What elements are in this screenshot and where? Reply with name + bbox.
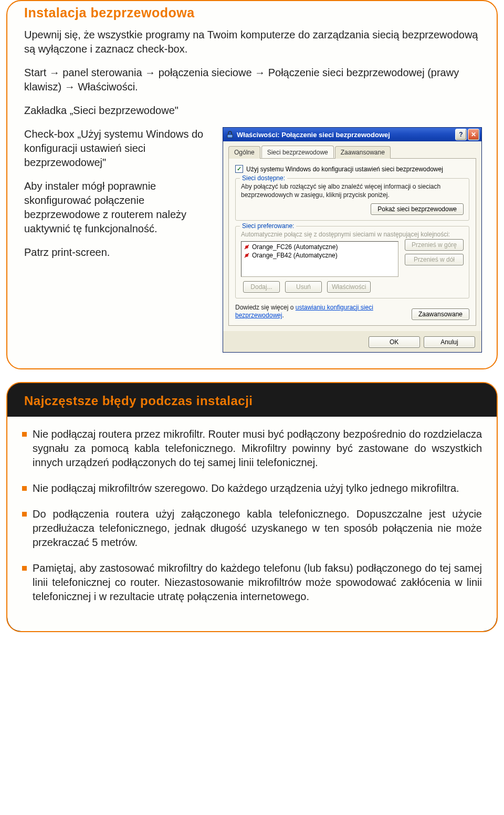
dialog-footer: OK Anuluj (223, 331, 481, 352)
screenshot-column: Właściwości: Połączenie sieci bezprzewod… (223, 127, 482, 353)
list-item[interactable]: Orange_FC26 (Automatyczne) (243, 243, 397, 251)
close-button[interactable]: ✕ (468, 129, 479, 140)
section-title: Instalacja bezprzewodowa (24, 1, 480, 28)
paragraph: Upewnij się, że wszystkie programy na Tw… (24, 28, 480, 56)
preferred-networks-list[interactable]: Orange_FC26 (Automatyczne) Orange_FB42 (… (241, 241, 398, 277)
svg-rect-0 (227, 135, 233, 138)
learn-more-text: Dowiedz się więcej o ustawianiu konfigur… (235, 304, 405, 320)
dialog-titlebar[interactable]: Właściwości: Połączenie sieci bezprzewod… (223, 128, 481, 141)
text: Check-box (24, 128, 77, 140)
bullet-item: Pamiętaj, aby zastosować mikrofiltry do … (22, 561, 482, 604)
network-icon (244, 252, 250, 259)
section-common-errors: Najczęstsze błędy podczas instalacji Nie… (6, 382, 498, 632)
group-text: Automatycznie połącz się z dostępnymi si… (241, 231, 464, 239)
section-title: Najczęstsze błędy podczas instalacji (7, 383, 497, 417)
move-up-button[interactable]: Przenieś w górę (405, 239, 464, 251)
show-networks-button[interactable]: Pokaż sieci bezprzewodowe (371, 203, 464, 215)
bullet-item: Do podłączenia routera użyj załączonego … (22, 507, 482, 550)
tab-panel: ✓ Użyj systemu Windows do konfiguracji u… (228, 159, 476, 326)
checkbox-label: Użyj systemu Windows do konfiguracji ust… (246, 166, 443, 173)
group-legend: Sieci preferowane: (240, 222, 296, 230)
available-networks-group: Sieci dostępne: Aby połączyć lub rozłącz… (235, 178, 469, 221)
group-legend: Sieci dostępne: (240, 174, 287, 182)
bullet-item: Nie podłączaj routera przez mikrofiltr. … (22, 427, 482, 470)
properties-button[interactable]: Właściwości (327, 281, 371, 293)
preferred-networks-group: Sieci preferowane: Automatycznie połącz … (235, 226, 469, 298)
ok-button[interactable]: OK (369, 336, 420, 348)
properties-dialog: Właściwości: Połączenie sieci bezprzewod… (223, 127, 482, 353)
bullet-item: Nie podłączaj mikrofiltrów szeregowo. Do… (22, 481, 482, 496)
section-wireless-install: Instalacja bezprzewodowa Upewnij się, że… (6, 0, 498, 369)
add-button[interactable]: Dodaj... (243, 281, 280, 293)
use-windows-checkbox[interactable]: ✓ (235, 165, 243, 173)
advanced-button[interactable]: Zaawansowane (412, 308, 469, 320)
list-item[interactable]: Orange_FB42 (Automatyczne) (243, 251, 397, 260)
cancel-button[interactable]: Anuluj (424, 336, 475, 348)
left-column: Check-box „Użyj systemu Windows do konfi… (24, 127, 213, 353)
tab-general[interactable]: Ogólne (228, 146, 260, 159)
tab-wireless[interactable]: Sieci bezprzewodowe (261, 146, 334, 158)
move-down-button[interactable]: Przenieś w dół (405, 254, 464, 265)
window-icon (226, 131, 234, 138)
network-icon (244, 244, 250, 250)
paragraph: Zakładka „Sieci bezprzewodowe" (24, 104, 480, 118)
text: Aby instaler mógł poprawnie skonfigurowa… (24, 179, 213, 236)
help-button[interactable]: ? (455, 129, 467, 140)
text: Patrz print-screen. (24, 245, 213, 260)
error-bullet-list: Nie podłączaj routera przez mikrofiltr. … (22, 427, 482, 604)
list-item-label: Orange_FB42 (Automatyczne) (252, 252, 338, 259)
tab-advanced[interactable]: Zaawansowane (335, 146, 391, 159)
paragraph: Start → panel sterowania → połączenia si… (24, 66, 480, 94)
list-item-label: Orange_FC26 (Automatyczne) (252, 243, 338, 251)
dialog-title: Właściwości: Połączenie sieci bezprzewod… (237, 131, 390, 139)
remove-button[interactable]: Usuń (285, 281, 322, 293)
tab-strip: Ogólne Sieci bezprzewodowe Zaawansowane (228, 146, 476, 159)
group-text: Aby połączyć lub rozłączyć się albo znal… (241, 183, 464, 199)
